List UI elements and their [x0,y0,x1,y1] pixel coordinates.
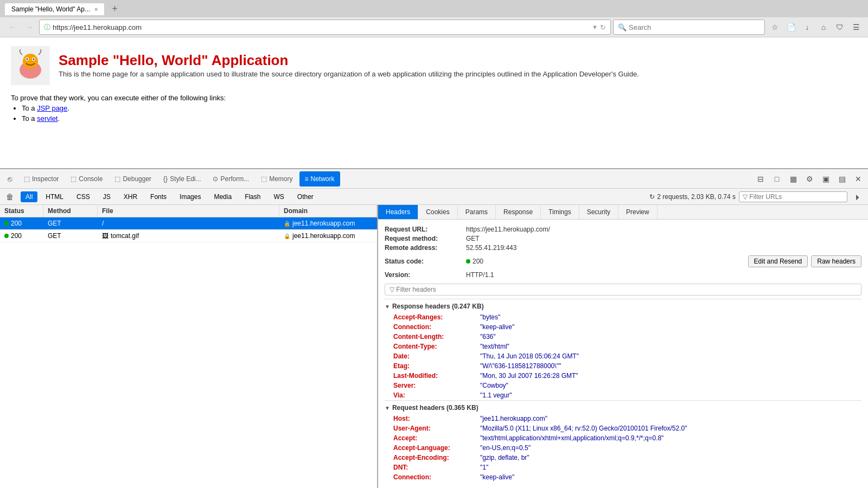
request-headers-label: Request headers (0.365 KB) [392,404,478,412]
screenshot-icon[interactable]: □ [769,171,784,187]
servlet-link[interactable]: servlet [37,114,58,123]
tab-title: Sample "Hello, World" Ap... [11,5,90,13]
active-tab[interactable]: Sample "Hello, World" Ap... × [4,3,105,15]
response-header-row: Etag: "W/\"636-1185812788000\"" [385,361,861,371]
header-value: "Cowboy" [480,382,508,389]
filter-images[interactable]: Images [175,191,206,202]
close-devtools-button[interactable]: ✕ [851,171,866,187]
filter-icon[interactable]: ⏵ [851,189,866,204]
bookmark-icon[interactable]: ☆ [767,20,782,35]
filter-flash[interactable]: Flash [240,191,265,202]
tab-timings[interactable]: Timings [541,205,579,219]
filter-headers-input[interactable] [385,284,861,296]
response-header-row: Date: "Thu, 14 Jun 2018 05:06:24 GMT" [385,351,861,361]
filter-urls-input[interactable] [739,191,847,202]
style-editor-icon: {} [163,175,168,183]
table-row[interactable]: 200 GET 🖼 tomcat.gif 🔒 jee11.herokuapp.c… [0,230,377,242]
tab-security[interactable]: Security [579,205,618,219]
response-headers-section[interactable]: ▼ Response headers (0.247 KB) [385,299,861,312]
download-icon[interactable]: ↓ [800,20,815,35]
version-row: Version: HTTP/1.1 [385,271,861,279]
response-header-row: Content-Length: "636" [385,332,861,342]
filter-html[interactable]: HTML [41,191,68,202]
toolbar-icons: ☆ 📄 ↓ ⌂ 🛡 ☰ [767,20,864,35]
table-row[interactable]: 200 GET / 🔒 jee11.herokuapp.com [0,217,377,230]
import-icon[interactable]: ▦ [786,171,801,187]
tab-preview[interactable]: Preview [618,205,658,219]
tab-response[interactable]: Response [496,205,541,219]
forward-button[interactable]: → [22,20,37,35]
header-name: Via: [393,391,480,399]
status-code-row: Status code: 200 [385,258,483,265]
responsive-mode-icon[interactable]: ⊟ [753,171,768,187]
lock-icon: 🔒 [284,233,290,239]
raw-headers-button[interactable]: Raw headers [811,255,861,267]
header-value: "1" [480,464,488,471]
header-name: Accept-Language: [393,444,480,452]
settings-icon[interactable]: ⚙ [802,171,817,187]
filter-css[interactable]: CSS [72,191,95,202]
request-headers-section[interactable]: ▼ Request headers (0.365 KB) [385,400,861,414]
dock-bottom-icon[interactable]: ▣ [818,171,833,187]
request-method-row: Request method: GET [385,235,861,242]
tab-close-button[interactable]: × [94,6,98,12]
filter-all[interactable]: All [21,191,37,202]
tab-memory[interactable]: ⬚ Memory [256,171,298,187]
url-bar[interactable]: ⓘ https://jee11.herokuapp.com ▼ ↻ [39,20,611,35]
url-dropdown-icon[interactable]: ▼ [592,24,598,30]
inspector-icon: ⬚ [24,175,30,183]
header-name: Accept-Encoding: [393,454,480,461]
browser-chrome: Sample "Hello, World" Ap... × + ← → ⓘ ht… [0,0,868,37]
tab-cookies[interactable]: Cookies [418,205,457,219]
page-intro: To prove that they work, you can execute… [11,94,857,102]
console-icon: ⬚ [71,175,76,183]
lock-icon: 🔒 [284,221,290,227]
home-icon[interactable]: ⌂ [816,20,831,35]
filter-other[interactable]: Other [292,191,318,202]
tab-network[interactable]: ≡ Network [299,171,340,187]
request-header-row: DNT: "1" [385,463,861,472]
header-name: Accept: [393,434,480,442]
response-headers-label: Response headers (0.247 KB) [392,303,484,310]
header-name: Accept-Ranges: [393,313,480,321]
tab-params[interactable]: Params [458,205,496,219]
request-url-label: Request URL: [385,226,466,233]
request-url-row: Request URL: https://jee11.herokuapp.com… [385,226,861,233]
back-button[interactable]: ← [4,20,20,35]
jsp-link[interactable]: JSP page [37,104,67,112]
search-bar[interactable]: 🔍 [613,20,765,35]
network-container: Status Method File Domain 200 GET / 🔒 je… [0,205,868,488]
search-input[interactable] [629,23,760,31]
edit-resend-button[interactable]: Edit and Resend [748,255,808,267]
menu-icon[interactable]: ☰ [848,20,864,35]
filter-fonts[interactable]: Fonts [145,191,171,202]
page-body: To prove that they work, you can execute… [11,94,857,123]
tab-performance[interactable]: ⊙ Perform... [207,171,254,187]
filter-xhr[interactable]: XHR [119,191,142,202]
url-refresh-icon[interactable]: ↻ [600,23,606,31]
status-cell: 200 [0,230,43,242]
filter-media[interactable]: Media [209,191,237,202]
reader-icon[interactable]: 📄 [783,20,799,35]
filter-js[interactable]: JS [98,191,116,202]
collapse-icon: ▼ [385,304,390,310]
version-value: HTTP/1.1 [466,271,494,279]
devtools-dock-icon[interactable]: ⎋ [2,171,17,187]
tab-inspector[interactable]: ⬚ Inspector [18,171,64,187]
request-method-value: GET [466,235,480,242]
filter-ws[interactable]: WS [269,191,289,202]
tab-style-editor[interactable]: {} Style Edi... [158,171,206,187]
shield-icon[interactable]: 🛡 [832,20,847,35]
tab-console[interactable]: ⬚ Console [65,171,108,187]
clear-button[interactable]: 🗑 [2,189,17,204]
dock-side-icon[interactable]: ▤ [834,171,850,187]
tab-debugger[interactable]: ⬚ Debugger [109,171,157,187]
refresh-icon: ↻ [649,193,655,201]
status-circle [466,259,470,264]
request-header-row: Accept-Encoding: "gzip, deflate, br" [385,453,861,463]
response-headers-list: Accept-Ranges: "bytes"Connection: "keep-… [385,312,861,400]
new-tab-button[interactable]: + [107,1,122,16]
network-filter-bar: 🗑 All HTML CSS JS XHR Fonts Images Media… [0,189,868,205]
page-logo [11,46,50,85]
tab-headers[interactable]: Headers [378,205,418,219]
